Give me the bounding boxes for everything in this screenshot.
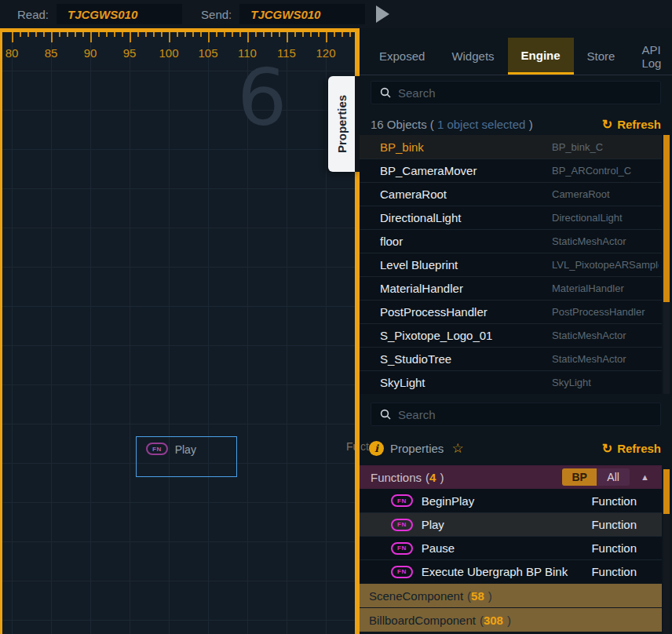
object-name: S_Pixotope_Logo_01 <box>380 329 492 342</box>
objects-scrollbar-thumb[interactable] <box>663 135 670 302</box>
panel-tabs: Exposed Widgets Engine Store API Log <box>360 38 672 75</box>
panel-tab[interactable]: Exposed <box>366 38 438 75</box>
top-bar: Read: Send: <box>0 0 672 28</box>
paren-close: ) <box>529 118 533 131</box>
properties-side-tab[interactable]: Properties <box>328 76 360 172</box>
ruler-tick-label: 105 <box>198 46 217 60</box>
object-name: BP_bink <box>380 140 424 154</box>
ruler-tick <box>192 32 194 37</box>
properties-search-input[interactable] <box>398 408 660 421</box>
functions-count: 4 <box>429 471 436 484</box>
object-row[interactable]: PostProcessHandler PostProcessHandler <box>360 300 662 323</box>
ruler-tick <box>184 32 186 37</box>
play-function-node[interactable]: FN Play <box>136 436 237 477</box>
object-class: MaterialHandler <box>552 282 659 294</box>
canvas-grid <box>0 28 360 634</box>
panel-tab[interactable]: Store <box>574 38 629 75</box>
object-class: BP_ARControl_C <box>552 165 659 177</box>
object-row[interactable]: CameraRoot CameraRoot <box>360 182 662 206</box>
ruler-tick-label: 120 <box>316 46 335 60</box>
function-row[interactable]: FN Pause Function <box>360 536 662 559</box>
properties-search[interactable] <box>371 403 661 426</box>
objects-header: 16 Objects ( 1 object selected ) ↻ Refre… <box>371 115 661 133</box>
ruler-tick <box>349 32 351 37</box>
objects-list: BP_bink BP_bink_C BP_CameraMover BP_ARCo… <box>360 135 662 394</box>
fn-badge-icon: FN <box>391 566 413 578</box>
function-name: Execute Ubergraph BP Bink <box>422 565 568 578</box>
function-type: Function <box>591 518 637 531</box>
ruler-tick <box>318 32 320 37</box>
ruler-tick <box>255 32 257 37</box>
properties-scrollbar-thumb[interactable] <box>663 469 670 514</box>
paren-open: ( <box>430 118 434 131</box>
send-input[interactable] <box>239 4 365 24</box>
ruler-tick <box>294 32 296 37</box>
object-row[interactable]: S_StudioTree StaticMeshActor <box>360 347 662 370</box>
object-class: StaticMeshActor <box>552 353 659 365</box>
object-row[interactable]: Level Blueprint LVL_PixotopeARSample.. <box>360 253 662 276</box>
component-name: SceneComponent <box>369 589 463 603</box>
bp-filter-button[interactable]: BP <box>562 468 597 486</box>
engine-panel: cti Exposed Widgets Engine Store API Log… <box>360 28 672 634</box>
ruler-tick-label: 110 <box>238 46 257 60</box>
object-row[interactable]: floor StaticMeshActor <box>360 229 662 253</box>
object-row[interactable]: BP_bink BP_bink_C <box>360 135 662 158</box>
object-row[interactable]: MaterialHandler MaterialHandler <box>360 276 662 300</box>
ruler-tick <box>35 32 37 37</box>
objects-search[interactable] <box>371 81 661 104</box>
ruler-tick <box>263 32 265 37</box>
object-row[interactable]: SkyLight SkyLight <box>360 370 662 394</box>
object-class: SkyLight <box>552 377 659 388</box>
object-row[interactable]: DirectionalLight DirectionalLight <box>360 206 662 229</box>
functions-section-header[interactable]: Functions ( 4 ) BP All ▲ <box>360 465 662 489</box>
blueprint-canvas[interactable]: 6 80859095100105110115120 FN Play Fun Pr… <box>0 28 360 634</box>
panel-tab[interactable]: Widgets <box>438 38 507 75</box>
ruler-tick <box>98 32 100 37</box>
ruler-tick <box>145 32 147 37</box>
function-row[interactable]: FN Execute Ubergraph BP Bink Function <box>360 559 662 583</box>
ruler-tick <box>200 32 202 37</box>
object-name: BP_CameraMover <box>380 164 477 177</box>
ruler-tick <box>334 32 335 37</box>
function-row[interactable]: FN Play Function <box>360 512 662 536</box>
ruler-tick <box>310 32 312 37</box>
object-class: BP_bink_C <box>552 141 659 153</box>
object-class: CameraRoot <box>552 188 659 200</box>
panel-tab[interactable]: API Log <box>628 38 672 75</box>
ruler-tick <box>271 32 272 37</box>
info-icon[interactable]: i <box>369 441 384 456</box>
ruler-tick <box>232 32 233 37</box>
collapse-arrow-icon[interactable]: ▲ <box>641 472 649 482</box>
function-type: Function <box>591 541 637 555</box>
panel-tab[interactable]: Engine <box>508 38 574 75</box>
read-label: Read: <box>17 8 49 21</box>
favorite-star-icon[interactable]: ☆ <box>451 440 463 457</box>
all-filter-button[interactable]: All <box>597 468 630 486</box>
ruler-tick <box>137 32 139 37</box>
function-row[interactable]: FN BeginPlay Function <box>360 489 662 512</box>
fn-badge-icon: FN <box>391 494 413 507</box>
ruler-tick <box>67 32 68 37</box>
object-row[interactable]: S_Pixotope_Logo_01 StaticMeshActor <box>360 323 662 347</box>
ruler-tick-label: 115 <box>277 46 296 60</box>
properties-refresh-button[interactable]: ↻ Refresh <box>602 441 661 456</box>
ruler-tick <box>43 32 45 37</box>
object-name: PostProcessHandler <box>380 305 488 319</box>
ruler-tick <box>208 32 210 42</box>
objects-refresh-button[interactable]: ↻ Refresh <box>602 117 661 132</box>
panel-tab-label: Exposed <box>379 49 425 63</box>
ruler-tick <box>27 32 29 37</box>
objects-search-input[interactable] <box>398 86 660 100</box>
component-section-header[interactable]: BillboardComponent ( 308 ) <box>360 608 662 632</box>
ruler-tick <box>130 32 131 42</box>
play-icon[interactable] <box>376 5 389 23</box>
play-node-label: Play <box>175 443 196 456</box>
paren-close: ) <box>507 614 511 627</box>
read-input[interactable] <box>57 4 182 24</box>
object-row[interactable]: BP_CameraMover BP_ARControl_C <box>360 158 662 182</box>
object-name: MaterialHandler <box>380 282 463 295</box>
properties-title: Properties <box>390 442 444 455</box>
object-name: S_StudioTree <box>380 352 451 366</box>
component-section-header[interactable]: SceneComponent ( 58 ) <box>360 584 662 607</box>
function-type: Function <box>591 494 637 508</box>
